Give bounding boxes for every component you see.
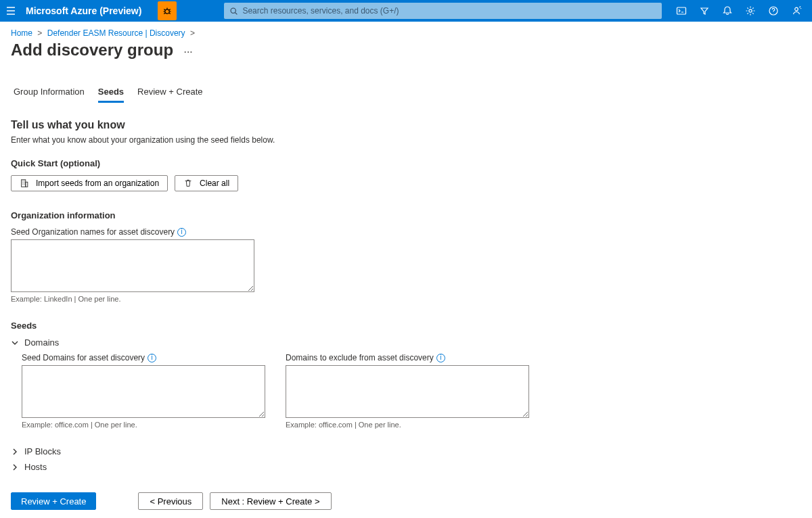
accordion-domains[interactable]: Domains — [11, 337, 801, 348]
breadcrumb: Home > Defender EASM Resource | Discover… — [0, 22, 812, 39]
preview-bug-badge[interactable] — [158, 1, 177, 20]
accordion-domains-label: Domains — [24, 337, 59, 348]
chevron-right-icon — [11, 463, 19, 471]
more-actions-button[interactable]: ··· — [184, 47, 193, 57]
trash-icon — [183, 179, 193, 188]
tab-seeds[interactable]: Seeds — [98, 83, 124, 103]
quickstart-heading: Quick Start (optional) — [11, 158, 801, 168]
cloud-shell-icon[interactable] — [671, 1, 692, 21]
tab-review-create[interactable]: Review + Create — [137, 83, 202, 103]
org-hint: Example: LinkedIn | One per line. — [11, 295, 801, 303]
seed-domains-textarea[interactable] — [22, 365, 265, 418]
chevron-right-icon: > — [187, 28, 198, 38]
seed-domains-hint: Example: office.com | One per line. — [22, 421, 265, 429]
accordion-hosts[interactable]: Hosts — [11, 462, 801, 472]
svg-point-1 — [231, 8, 235, 13]
chevron-down-icon — [11, 339, 19, 347]
clear-all-label: Clear all — [200, 179, 229, 188]
svg-point-3 — [749, 9, 752, 12]
info-icon[interactable]: i — [436, 354, 445, 362]
info-icon[interactable]: i — [148, 354, 156, 362]
breadcrumb-resource[interactable]: Defender EASM Resource | Discovery — [47, 28, 185, 38]
search-icon — [229, 7, 238, 16]
accordion-hosts-label: Hosts — [24, 462, 47, 472]
seeds-heading: Seeds — [11, 321, 801, 331]
clear-all-button[interactable]: Clear all — [175, 175, 238, 191]
previous-button[interactable]: < Previous — [138, 492, 203, 510]
exclude-domains-label: Domains to exclude from asset discovery — [286, 353, 434, 362]
hamburger-icon[interactable] — [5, 5, 16, 16]
help-icon[interactable] — [763, 1, 784, 21]
accordion-ip-blocks[interactable]: IP Blocks — [11, 446, 801, 456]
brand-title[interactable]: Microsoft Azure (Preview) — [26, 5, 141, 16]
svg-point-0 — [165, 9, 169, 14]
org-field-label: Seed Organization names for asset discov… — [11, 227, 175, 237]
review-create-button[interactable]: Review + Create — [11, 492, 96, 510]
org-names-textarea[interactable] — [11, 239, 254, 292]
accordion-ip-blocks-label: IP Blocks — [24, 446, 61, 456]
chevron-right-icon — [11, 448, 19, 456]
breadcrumb-home[interactable]: Home — [11, 28, 32, 38]
import-seeds-label: Import seeds from an organization — [36, 179, 159, 188]
section-title: Tell us what you know — [11, 119, 801, 131]
svg-point-5 — [795, 7, 798, 11]
exclude-domains-hint: Example: office.com | One per line. — [286, 421, 529, 429]
search-input[interactable] — [238, 5, 656, 16]
page-title: Add discovery group — [11, 41, 173, 60]
notifications-icon[interactable] — [717, 1, 738, 21]
next-button[interactable]: Next : Review + Create > — [210, 492, 331, 510]
svg-rect-6 — [22, 180, 26, 187]
global-search[interactable] — [224, 3, 662, 19]
org-icon — [20, 179, 29, 188]
feedback-icon[interactable] — [786, 1, 807, 21]
svg-rect-7 — [26, 182, 28, 187]
seed-domains-label: Seed Domains for asset discovery — [22, 353, 145, 362]
import-seeds-button[interactable]: Import seeds from an organization — [11, 175, 168, 191]
chevron-right-icon: > — [35, 28, 45, 38]
exclude-domains-textarea[interactable] — [286, 365, 529, 418]
svg-rect-2 — [677, 7, 686, 14]
info-icon[interactable]: i — [177, 228, 186, 237]
filter-icon[interactable] — [694, 1, 715, 21]
settings-icon[interactable] — [740, 1, 761, 21]
tab-group-information[interactable]: Group Information — [14, 83, 85, 103]
section-desc: Enter what you know about your organizat… — [11, 135, 801, 145]
org-heading: Organization information — [11, 210, 801, 220]
